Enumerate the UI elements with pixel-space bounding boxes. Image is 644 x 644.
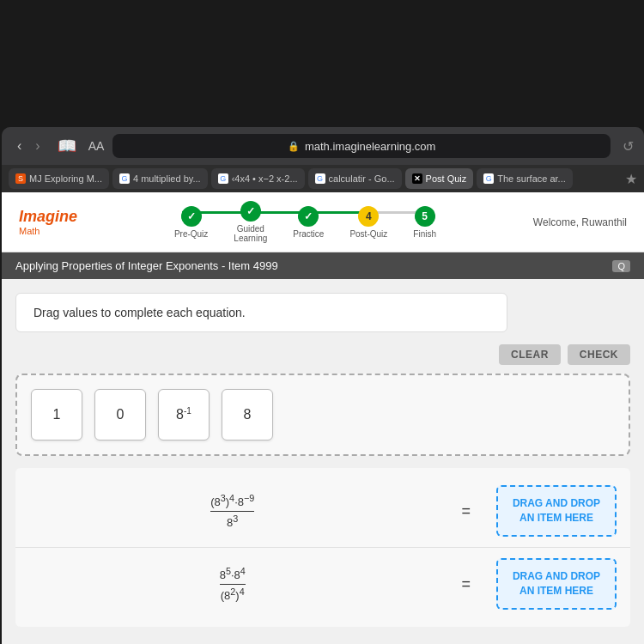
step-label-practice: Practice xyxy=(293,229,324,239)
assignment-title: Applying Properties of Integer Exponents… xyxy=(15,259,278,272)
step-finish: 5 Finish xyxy=(413,206,436,239)
reload-button[interactable]: ↺ xyxy=(623,138,634,155)
tab-label-mj: MJ Exploring M... xyxy=(29,173,102,184)
tab-label-4mult: 4 multiplied by... xyxy=(133,173,201,184)
toolbar-right: CLEAR CHECK xyxy=(15,344,630,365)
star-button[interactable]: ★ xyxy=(625,171,637,187)
tab-label-calc: calculatir - Go... xyxy=(329,173,395,184)
equations-section: (83)4·8−9 83 = DRAG AND DROPAN ITEM HERE… xyxy=(15,468,630,627)
step-guided-learning: ✓ GuidedLearning xyxy=(234,201,267,243)
drag-item-8neg1-label: 8-1 xyxy=(176,406,191,422)
clear-button[interactable]: CLEAR xyxy=(499,344,561,365)
drag-item-8[interactable]: 8 xyxy=(222,389,273,440)
main-content: Drag values to complete each equation. C… xyxy=(2,279,644,641)
tab-favicon-g3: G xyxy=(315,173,325,184)
equals-sign-2: = xyxy=(453,575,479,593)
equation-left-1: (83)4·8−9 83 xyxy=(29,493,435,529)
step-label-guided: GuidedLearning xyxy=(234,224,267,243)
lock-icon: 🔒 xyxy=(288,141,300,152)
q-badge: Q xyxy=(612,260,630,272)
step-practice: ✓ Practice xyxy=(293,206,324,239)
fraction-1-denominator: 83 xyxy=(227,513,238,529)
drop-zone-2[interactable]: DRAG AND DROPAN ITEM HERE xyxy=(496,558,617,610)
drop-zone-1-label: DRAG AND DROPAN ITEM HERE xyxy=(513,496,600,526)
drag-item-1-label: 1 xyxy=(53,407,61,422)
drag-items-container: 1 0 8-1 8 xyxy=(15,374,630,456)
step-circle-pre-quiz: ✓ xyxy=(181,206,202,227)
check-button[interactable]: CHECK xyxy=(568,344,630,365)
tab-4mult[interactable]: G 4 multiplied by... xyxy=(112,168,208,189)
drop-zone-2-label: DRAG AND DROPAN ITEM HERE xyxy=(513,569,600,598)
tab-4x4[interactable]: G ‹4x4 • x−2 x-2... xyxy=(211,168,305,189)
equation-row-2: 85·84 (82)4 = DRAG AND DROPAN ITEM HERE xyxy=(15,548,630,620)
tab-favicon-g4: G xyxy=(483,173,494,184)
tab-favicon-g1: G xyxy=(119,173,130,184)
fraction-1-numerator: (83)4·8−9 xyxy=(210,493,254,511)
browser-window: ‹ › 📖 AA 🔒 math.imaginelearning.com ↺ S … xyxy=(2,127,644,644)
step-post-quiz: 4 Post-Quiz xyxy=(349,206,387,239)
fraction-2: 85·84 (82)4 xyxy=(220,566,246,602)
imagine-brand: Imagine Math xyxy=(19,208,77,236)
tabs-bar: S MJ Exploring M... G 4 multiplied by...… xyxy=(2,165,644,192)
fraction-1: (83)4·8−9 83 xyxy=(210,493,254,529)
fraction-2-denominator: (82)4 xyxy=(221,586,245,602)
drag-item-0-label: 0 xyxy=(117,407,125,422)
tab-favicon-s: S xyxy=(15,173,26,184)
drag-item-8-label: 8 xyxy=(244,407,252,422)
top-bar xyxy=(0,0,644,127)
tab-postquiz[interactable]: ✕ Post Quiz xyxy=(405,168,474,189)
drag-item-1[interactable]: 1 xyxy=(31,389,82,440)
step-circle-practice: ✓ xyxy=(298,206,319,227)
drag-item-0[interactable]: 0 xyxy=(94,389,146,440)
tab-mj[interactable]: S MJ Exploring M... xyxy=(9,168,109,189)
content-area: Imagine Math ✓ Pre-Quiz ✓ GuidedLearning xyxy=(2,192,644,644)
tab-label-postquiz: Post Quiz xyxy=(426,173,467,184)
step-circle-finish: 5 xyxy=(415,206,435,227)
nav-buttons: ‹ › xyxy=(12,137,46,155)
tab-favicon-x: ✕ xyxy=(412,173,422,184)
progress-section: ✓ Pre-Quiz ✓ GuidedLearning ✓ Practice 4… xyxy=(77,201,533,243)
address-bar[interactable]: 🔒 math.imaginelearning.com xyxy=(112,134,611,158)
brand-sub: Math xyxy=(19,226,77,236)
step-label-post-quiz: Post-Quiz xyxy=(349,229,387,239)
nav-bar: ‹ › 📖 AA 🔒 math.imaginelearning.com ↺ xyxy=(2,127,644,165)
equals-sign-1: = xyxy=(453,502,479,520)
equation-left-2: 85·84 (82)4 xyxy=(29,566,435,602)
progress-container: ✓ Pre-Quiz ✓ GuidedLearning ✓ Practice 4… xyxy=(161,201,449,243)
step-label-finish: Finish xyxy=(413,229,436,239)
welcome-text: Welcome, Ruwanthil xyxy=(533,216,627,228)
tab-surface[interactable]: G The surface ar... xyxy=(477,168,572,189)
tab-label-surface: The surface ar... xyxy=(497,173,565,184)
forward-button[interactable]: › xyxy=(30,137,45,155)
back-button[interactable]: ‹ xyxy=(12,137,27,155)
brand-name: Imagine xyxy=(19,208,77,226)
aa-label: AA xyxy=(88,139,105,153)
drag-item-8neg1[interactable]: 8-1 xyxy=(158,389,210,440)
equation-row-1: (83)4·8−9 83 = DRAG AND DROPAN ITEM HERE xyxy=(15,475,630,548)
instruction-text: Drag values to complete each equation. xyxy=(33,306,246,319)
tab-favicon-g2: G xyxy=(218,173,228,184)
step-label-pre-quiz: Pre-Quiz xyxy=(174,229,208,239)
step-pre-quiz: ✓ Pre-Quiz xyxy=(174,206,208,239)
fraction-2-numerator: 85·84 xyxy=(220,566,246,584)
assignment-bar: Applying Properties of Integer Exponents… xyxy=(2,252,644,279)
drop-zone-1[interactable]: DRAG AND DROPAN ITEM HERE xyxy=(496,485,617,537)
tab-calc[interactable]: G calculatir - Go... xyxy=(308,168,402,189)
app-header: Imagine Math ✓ Pre-Quiz ✓ GuidedLearning xyxy=(2,192,644,252)
book-icon: 📖 xyxy=(58,137,76,155)
step-circle-guided: ✓ xyxy=(240,201,261,222)
step-circle-post-quiz: 4 xyxy=(358,206,379,227)
url-text: math.imaginelearning.com xyxy=(305,140,435,153)
tab-label-4x4: ‹4x4 • x−2 x-2... xyxy=(232,173,298,184)
instruction-box: Drag values to complete each equation. xyxy=(15,293,507,332)
